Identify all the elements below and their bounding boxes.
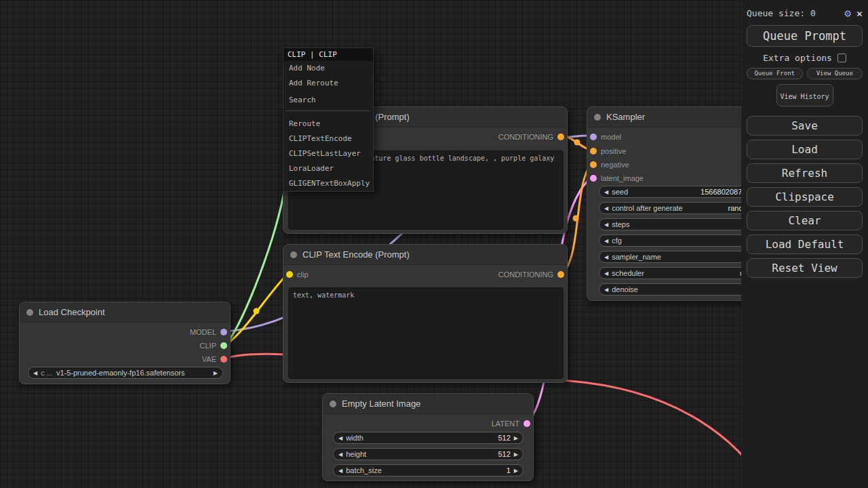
- clip-slot-dot[interactable]: [286, 271, 293, 278]
- load-default-button[interactable]: Load Default: [747, 235, 863, 254]
- arrow-left-icon[interactable]: ◀: [604, 222, 608, 228]
- prompt-textarea[interactable]: text, watermark: [288, 287, 564, 379]
- output-slot-latent[interactable]: LATENT: [452, 419, 533, 428]
- view-queue-button[interactable]: View Queue: [807, 68, 863, 79]
- clipspace-button[interactable]: Clipspace: [747, 187, 863, 207]
- arrow-left-icon[interactable]: ◀: [338, 451, 342, 458]
- refresh-button[interactable]: Refresh: [747, 163, 863, 183]
- node-title: Load Checkpoint: [39, 307, 105, 317]
- latent-slot-dot[interactable]: [524, 420, 530, 427]
- arrow-left-icon[interactable]: ◀: [604, 238, 608, 244]
- arrow-right-icon[interactable]: ▶: [214, 370, 218, 376]
- widget-value: 1: [507, 466, 511, 474]
- node-collapse-dot[interactable]: [594, 114, 601, 121]
- node-collapse-dot[interactable]: [330, 401, 336, 407]
- slot-label: model: [601, 133, 621, 141]
- output-slot-conditioning[interactable]: CONDITIONING: [472, 270, 567, 279]
- widget-label: c ...: [41, 369, 53, 377]
- model-slot-dot[interactable]: [590, 134, 597, 140]
- width-widget[interactable]: ◀ width 512 ▶: [333, 432, 524, 444]
- widget-label: seed: [612, 188, 628, 196]
- slot-label: VAE: [202, 355, 216, 363]
- menu-item-add-node[interactable]: Add Node: [283, 61, 373, 76]
- widget-label: steps: [612, 220, 629, 228]
- node-title: KSampler: [606, 112, 645, 122]
- clear-button[interactable]: Clear: [747, 211, 863, 230]
- menu-item-search[interactable]: Search: [283, 93, 373, 108]
- link-release-context-menu: CLIP | CLIP Add Node Add Reroute Search …: [283, 47, 374, 192]
- queue-prompt-button[interactable]: Queue Prompt: [747, 25, 863, 47]
- extra-options-checkbox[interactable]: [837, 54, 846, 62]
- output-slot-conditioning[interactable]: CONDITIONING: [472, 132, 567, 142]
- menu-item-clipsetlastlayer[interactable]: CLIPSetLastLayer: [283, 146, 373, 161]
- arrow-left-icon[interactable]: ◀: [604, 270, 608, 277]
- slot-label: LATENT: [492, 420, 519, 428]
- reset-view-button[interactable]: Reset View: [747, 258, 863, 278]
- conditioning-slot-dot[interactable]: [590, 148, 597, 155]
- arrow-left-icon[interactable]: ◀: [604, 287, 608, 293]
- slot-label: CONDITIONING: [498, 133, 553, 141]
- slot-label: CONDITIONING: [498, 270, 553, 279]
- menu-item-gligentextboxapply[interactable]: GLIGENTextBoxApply: [283, 176, 373, 191]
- output-slot-clip[interactable]: CLIP: [149, 341, 230, 350]
- close-icon[interactable]: ✕: [856, 7, 863, 20]
- node-empty-latent-image[interactable]: Empty Latent Image LATENT ◀ width 512 ▶ …: [322, 393, 534, 481]
- vae-slot-dot[interactable]: [220, 356, 227, 363]
- input-slot-clip[interactable]: clip: [283, 270, 344, 279]
- node-collapse-dot[interactable]: [26, 309, 33, 316]
- node-title-bar[interactable]: Empty Latent Image: [323, 394, 533, 414]
- input-slot-model[interactable]: model: [587, 132, 682, 142]
- menu-item-reroute[interactable]: Reroute: [283, 117, 373, 131]
- node-collapse-dot[interactable]: [290, 251, 297, 258]
- arrow-left-icon[interactable]: ◀: [604, 205, 608, 211]
- settings-gear-icon[interactable]: ⚙: [844, 7, 851, 20]
- node-title-bar[interactable]: CLIP Text Encode (Prompt): [283, 245, 567, 265]
- slot-label: negative: [601, 161, 629, 169]
- node-title-bar[interactable]: Load Checkpoint: [20, 302, 230, 323]
- input-slot-positive[interactable]: positive: [587, 146, 682, 156]
- menu-item-loraloader[interactable]: LoraLoader: [283, 161, 373, 176]
- conditioning-slot-dot[interactable]: [557, 271, 564, 278]
- widget-value: 512: [498, 434, 510, 442]
- input-slot-latent-image[interactable]: latent_image: [587, 174, 682, 183]
- node-clip-text-encode-negative[interactable]: CLIP Text Encode (Prompt) clip CONDITION…: [283, 244, 568, 383]
- arrow-left-icon[interactable]: ◀: [604, 189, 608, 195]
- widget-value: v1-5-pruned-emaonly-fp16.safetensors: [56, 369, 185, 377]
- slot-label: MODEL: [190, 328, 216, 336]
- height-widget[interactable]: ◀ height 512 ▶: [333, 448, 524, 460]
- save-button[interactable]: Save: [747, 116, 863, 136]
- context-menu-title: CLIP | CLIP: [283, 48, 373, 61]
- arrow-left-icon[interactable]: ◀: [33, 370, 37, 376]
- clip-slot-dot[interactable]: [220, 342, 227, 349]
- widget-label: batch_size: [346, 466, 382, 474]
- slot-label: latent_image: [601, 174, 644, 182]
- view-history-button[interactable]: View History: [776, 84, 833, 106]
- ckpt-name-widget[interactable]: ◀ c ... v1-5-pruned-emaonly-fp16.safeten…: [28, 367, 223, 379]
- load-button[interactable]: Load: [747, 140, 863, 159]
- arrow-left-icon[interactable]: ◀: [604, 254, 608, 260]
- latent-slot-dot[interactable]: [590, 175, 597, 182]
- queue-front-button[interactable]: Queue Front: [747, 68, 803, 79]
- menu-item-add-reroute[interactable]: Add Reroute: [283, 76, 373, 91]
- node-graph-canvas[interactable]: Load Checkpoint MODEL CLIP VAE ◀ c ... v…: [0, 0, 868, 488]
- widget-label: denoise: [612, 285, 638, 293]
- arrow-left-icon[interactable]: ◀: [338, 435, 342, 441]
- slot-label: CLIP: [200, 342, 216, 350]
- output-slot-vae[interactable]: VAE: [149, 354, 230, 364]
- arrow-right-icon[interactable]: ▶: [514, 468, 518, 474]
- conditioning-slot-dot[interactable]: [590, 161, 597, 168]
- widget-label: height: [346, 450, 366, 458]
- conditioning-slot-dot[interactable]: [557, 134, 564, 140]
- arrow-right-icon[interactable]: ▶: [514, 435, 518, 441]
- menu-item-cliptextencode[interactable]: CLIPTextEncode: [283, 131, 373, 146]
- model-slot-dot[interactable]: [220, 329, 227, 336]
- batch-size-widget[interactable]: ◀ batch_size 1 ▶: [333, 464, 524, 476]
- output-slot-model[interactable]: MODEL: [149, 327, 230, 337]
- node-load-checkpoint[interactable]: Load Checkpoint MODEL CLIP VAE ◀ c ... v…: [19, 302, 231, 384]
- input-slot-negative[interactable]: negative: [587, 160, 682, 169]
- slot-label: clip: [297, 270, 309, 279]
- widget-label: cfg: [612, 237, 622, 245]
- arrow-left-icon[interactable]: ◀: [338, 468, 342, 474]
- arrow-right-icon[interactable]: ▶: [514, 451, 518, 458]
- link-midpoint-dot: [574, 140, 580, 146]
